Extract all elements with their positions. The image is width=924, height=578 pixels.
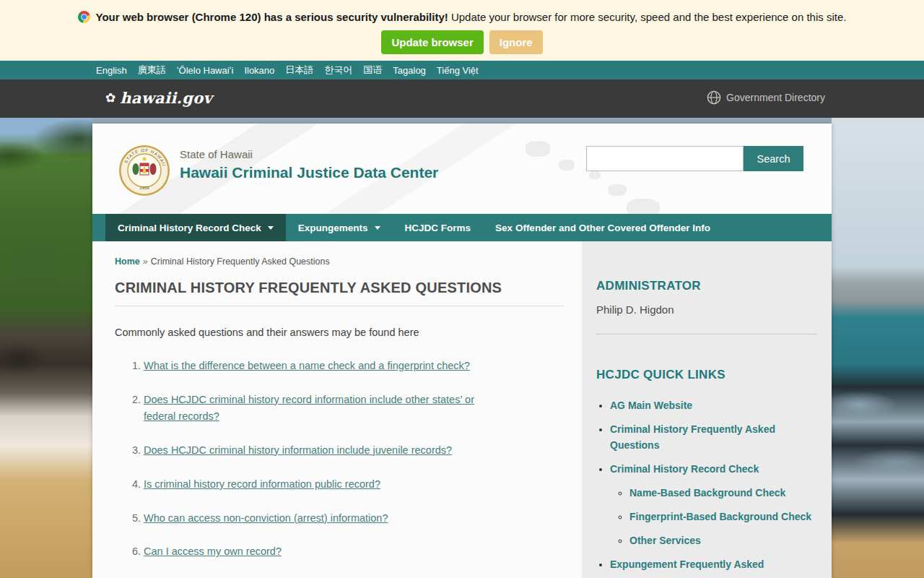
quick-link-item: Criminal History Record Check Name-Based… xyxy=(610,461,817,548)
administrator-heading: ADMINISTRATOR xyxy=(596,279,817,293)
page-container: STATE OF HAWAII 1959 State of Hawaii Haw… xyxy=(92,124,832,578)
nav-item-sex-offender-info[interactable]: Sex Offender and Other Covered Offender … xyxy=(483,214,723,241)
language-link-hawaiian[interactable]: ʻŌlelo Hawaiʻi xyxy=(177,65,234,76)
watermark-island xyxy=(589,171,601,179)
content-row: Home»Criminal History Frequently Asked Q… xyxy=(92,241,832,578)
breadcrumb-home-link[interactable]: Home xyxy=(115,256,140,267)
faq-link-juvenile-records[interactable]: Does HCJDC criminal history information … xyxy=(144,444,452,456)
language-link-japanese[interactable]: 日本語 xyxy=(285,64,313,77)
quick-link-item: Expungement Frequently Asked xyxy=(610,556,817,572)
nav-item-label: HCJDC Forms xyxy=(405,223,471,233)
nav-item-label: Expungements xyxy=(298,223,368,233)
watermark-island xyxy=(526,141,550,157)
faq-list-item: Who can access non-conviction (arrest) i… xyxy=(144,510,508,527)
quick-link-item: AG Main Website xyxy=(610,397,817,413)
language-link-tagalog[interactable]: Tagalog xyxy=(393,65,426,76)
nav-item-label: Criminal History Record Check xyxy=(118,223,261,233)
chevron-down-icon xyxy=(268,226,274,230)
search-box: Search xyxy=(586,146,803,171)
breadcrumb-separator: » xyxy=(143,256,148,267)
search-button[interactable]: Search xyxy=(744,146,803,171)
hawaii-gov-logo[interactable]: ✿ hawaii.gov xyxy=(105,89,212,107)
svg-text:1959: 1959 xyxy=(139,186,149,190)
quick-link-other-services[interactable]: Other Services xyxy=(629,535,701,546)
faq-list-item: Does HCJDC criminal history record infor… xyxy=(144,392,508,425)
main-content: Home»Criminal History Frequently Asked Q… xyxy=(92,241,582,578)
site-header: STATE OF HAWAII 1959 State of Hawaii Haw… xyxy=(92,124,832,214)
watermark-island xyxy=(608,184,627,196)
watermark-island xyxy=(559,160,575,171)
quick-link-ag-main-website[interactable]: AG Main Website xyxy=(610,400,692,411)
hawaii-state-seal: STATE OF HAWAII 1959 xyxy=(118,144,170,197)
nav-item-criminal-history-record-check[interactable]: Criminal History Record Check xyxy=(105,214,286,241)
faq-link-public-record[interactable]: Is criminal history record information p… xyxy=(144,478,380,490)
search-input[interactable] xyxy=(586,146,744,171)
nav-item-expungements[interactable]: Expungements xyxy=(286,214,393,241)
ignore-button[interactable]: Ignore xyxy=(489,30,543,54)
faq-list-item: Does HCJDC criminal history information … xyxy=(144,442,508,459)
quick-link-item: Criminal History Frequently Asked Questi… xyxy=(610,421,817,453)
administrator-name: Philip D. Higdon xyxy=(596,303,817,316)
faq-link-name-vs-fingerprint[interactable]: What is the difference between a name ch… xyxy=(144,360,470,371)
language-bar: English 廣東話 ʻŌlelo Hawaiʻi Ilokano 日本語 한… xyxy=(0,61,924,79)
language-link-chinese[interactable]: 国语 xyxy=(363,64,382,77)
globe-icon xyxy=(707,90,721,105)
nav-item-label: Sex Offender and Other Covered Offender … xyxy=(495,223,710,233)
quick-links-sublist: Name-Based Background Check Fingerprint-… xyxy=(610,485,817,548)
agency-name: State of Hawaii xyxy=(180,148,438,160)
sidebar-divider xyxy=(596,334,817,335)
faq-link-non-conviction-access[interactable]: Who can access non-conviction (arrest) i… xyxy=(144,512,388,524)
breadcrumb-current: Criminal History Frequently Asked Questi… xyxy=(151,256,330,267)
language-link-english[interactable]: English xyxy=(96,65,127,76)
quick-links-heading: HCJDC QUICK LINKS xyxy=(596,368,817,382)
faq-list-item: What is the difference between a name ch… xyxy=(144,358,508,374)
page-title: CRIMINAL HISTORY FREQUENTLY ASKED QUESTI… xyxy=(115,280,564,296)
quick-link-expungement-faq[interactable]: Expungement Frequently Asked xyxy=(610,558,764,570)
chrome-browser-icon xyxy=(78,11,90,23)
government-directory-label: Government Directory xyxy=(726,92,825,103)
main-navigation: Criminal History Record Check Expungemen… xyxy=(92,214,832,241)
language-link-korean[interactable]: 한국어 xyxy=(324,64,352,77)
update-browser-button[interactable]: Update browser xyxy=(381,30,483,54)
browser-update-banner: Your web browser (Chrome 120) has a seri… xyxy=(0,0,924,61)
language-link-vietnamese[interactable]: Tiếng Việt xyxy=(437,65,479,76)
quick-link-criminal-history-record-check[interactable]: Criminal History Record Check xyxy=(610,463,759,475)
quick-links-list: AG Main Website Criminal History Frequen… xyxy=(596,397,817,572)
hawaii-gov-bar: ✿ hawaii.gov Government Directory xyxy=(0,79,924,118)
quick-link-criminal-history-faq[interactable]: Criminal History Frequently Asked Questi… xyxy=(610,423,775,451)
banner-warning-text: Your web browser (Chrome 120) has a seri… xyxy=(96,11,847,23)
intro-text: Commonly asked questions and their answe… xyxy=(115,327,564,338)
quick-link-subitem: Other Services xyxy=(629,532,817,548)
chevron-down-icon xyxy=(375,226,380,230)
hawaii-gov-logo-text: hawaii.gov xyxy=(120,89,212,107)
quick-link-fingerprint-based-check[interactable]: Fingerprint-Based Background Check xyxy=(629,511,811,522)
sidebar: ADMINISTRATOR Philip D. Higdon HCJDC QUI… xyxy=(582,241,832,578)
title-divider xyxy=(115,306,564,306)
site-title: Hawaii Criminal Justice Data Center xyxy=(180,164,438,181)
language-link-ilokano[interactable]: Ilokano xyxy=(244,65,274,76)
quick-link-name-based-check[interactable]: Name-Based Background Check xyxy=(629,487,785,499)
faq-list-item: Can I access my own record? xyxy=(144,543,508,560)
nav-item-hcjdc-forms[interactable]: HCJDC Forms xyxy=(393,214,484,241)
faq-link-access-own-record[interactable]: Can I access my own record? xyxy=(144,545,282,557)
watermark-island xyxy=(627,199,660,214)
quick-link-subitem: Name-Based Background Check xyxy=(629,485,817,501)
language-link-cantonese[interactable]: 廣東話 xyxy=(138,64,166,77)
hibiscus-flower-icon: ✿ xyxy=(105,92,116,104)
breadcrumb: Home»Criminal History Frequently Asked Q… xyxy=(115,256,564,267)
faq-list: What is the difference between a name ch… xyxy=(115,358,508,578)
government-directory-link[interactable]: Government Directory xyxy=(707,90,825,105)
faq-list-item: Is criminal history record information p… xyxy=(144,476,508,493)
quick-link-subitem: Fingerprint-Based Background Check xyxy=(629,509,817,525)
faq-link-other-states-records[interactable]: Does HCJDC criminal history record infor… xyxy=(144,394,474,422)
